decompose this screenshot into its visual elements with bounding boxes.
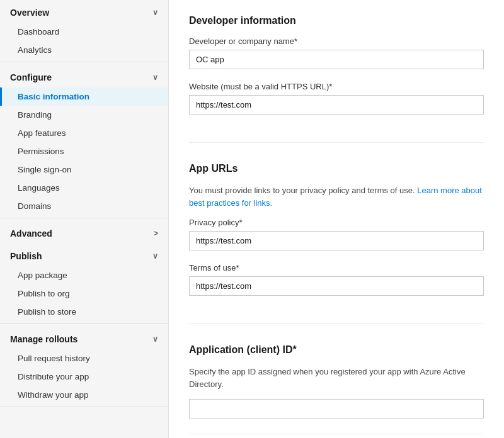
website-label: Website (must be a valid HTTPS URL)* bbox=[189, 82, 484, 91]
sidebar-divider-after-manage-rollouts bbox=[0, 407, 168, 407]
terms-of-use-group: Terms of use* bbox=[189, 263, 484, 296]
sidebar-item-branding[interactable]: Branding bbox=[0, 106, 168, 124]
app-urls-section: App URLsYou must provide links to your p… bbox=[189, 163, 484, 324]
sidebar-divider-after-publish bbox=[0, 323, 168, 324]
terms-of-use-input[interactable] bbox=[189, 276, 484, 296]
sidebar-section-label-manage-rollouts: Manage rollouts bbox=[10, 334, 77, 344]
company-name-input[interactable] bbox=[189, 50, 484, 69]
sidebar-section-configure[interactable]: Configure∨ bbox=[0, 65, 168, 87]
privacy-policy-group: Privacy policy* bbox=[189, 218, 484, 250]
app-urls-title: App URLs bbox=[189, 163, 484, 174]
sidebar-item-app-features[interactable]: App features bbox=[0, 124, 168, 142]
sidebar-item-publish-to-org[interactable]: Publish to org bbox=[0, 284, 168, 303]
sidebar-chevron-advanced: > bbox=[154, 229, 158, 238]
client-id-description: Specify the app ID assigned when you reg… bbox=[189, 366, 484, 390]
main-content: Developer informationDeveloper or compan… bbox=[169, 0, 504, 438]
client-id-input[interactable] bbox=[189, 399, 484, 418]
terms-of-use-label: Terms of use* bbox=[189, 263, 484, 272]
sidebar-chevron-manage-rollouts: ∨ bbox=[152, 335, 158, 344]
sidebar-item-dashboard[interactable]: Dashboard bbox=[0, 23, 168, 41]
privacy-policy-label: Privacy policy* bbox=[189, 218, 484, 227]
sidebar-section-manage-rollouts[interactable]: Manage rollouts∨ bbox=[0, 327, 168, 349]
sidebar-section-advanced[interactable]: Advanced> bbox=[0, 221, 168, 244]
sidebar-section-label-configure: Configure bbox=[10, 72, 52, 82]
client-id-section: Application (client) ID*Specify the app … bbox=[189, 344, 484, 434]
developer-info-section: Developer informationDeveloper or compan… bbox=[189, 15, 484, 143]
company-name-group: Developer or company name* bbox=[189, 36, 484, 69]
sidebar-item-withdraw-your-app[interactable]: Withdraw your app bbox=[0, 386, 168, 404]
sidebar-section-label-publish: Publish bbox=[10, 251, 42, 261]
sidebar-item-distribute-your-app[interactable]: Distribute your app bbox=[0, 368, 168, 386]
sidebar-item-basic-information[interactable]: Basic information bbox=[0, 87, 168, 106]
sidebar-section-overview[interactable]: Overview∨ bbox=[0, 0, 168, 23]
sidebar-chevron-publish: ∨ bbox=[152, 252, 158, 261]
sidebar-divider-after-configure bbox=[0, 218, 168, 218]
company-name-label: Developer or company name* bbox=[189, 36, 484, 46]
sidebar-divider-after-overview bbox=[0, 62, 168, 62]
sidebar-chevron-overview: ∨ bbox=[152, 8, 158, 17]
developer-info-title: Developer information bbox=[189, 15, 484, 26]
sidebar-item-app-package[interactable]: App package bbox=[0, 266, 168, 284]
sidebar: Overview∨DashboardAnalyticsConfigure∨Bas… bbox=[0, 0, 169, 438]
privacy-policy-input[interactable] bbox=[189, 231, 484, 250]
sidebar-item-analytics[interactable]: Analytics bbox=[0, 41, 168, 59]
sidebar-item-single-sign-on[interactable]: Single sign-on bbox=[0, 160, 168, 179]
sidebar-section-publish[interactable]: Publish∨ bbox=[0, 244, 168, 266]
website-group: Website (must be a valid HTTPS URL)* bbox=[189, 82, 484, 115]
app-urls-learn-more-link[interactable]: Learn more about best practices for link… bbox=[189, 186, 482, 208]
sidebar-item-publish-to-store[interactable]: Publish to store bbox=[0, 303, 168, 321]
sidebar-item-pull-request-history[interactable]: Pull request history bbox=[0, 349, 168, 368]
sidebar-item-domains[interactable]: Domains bbox=[0, 197, 168, 215]
sidebar-item-permissions[interactable]: Permissions bbox=[0, 142, 168, 160]
sidebar-item-languages[interactable]: Languages bbox=[0, 179, 168, 197]
sidebar-chevron-configure: ∨ bbox=[152, 73, 158, 82]
sidebar-section-label-advanced: Advanced bbox=[10, 228, 52, 239]
sidebar-section-label-overview: Overview bbox=[10, 8, 49, 18]
app-urls-description: You must provide links to your privacy p… bbox=[189, 184, 484, 209]
client-id-title: Application (client) ID* bbox=[189, 344, 484, 356]
website-input[interactable] bbox=[189, 95, 484, 115]
